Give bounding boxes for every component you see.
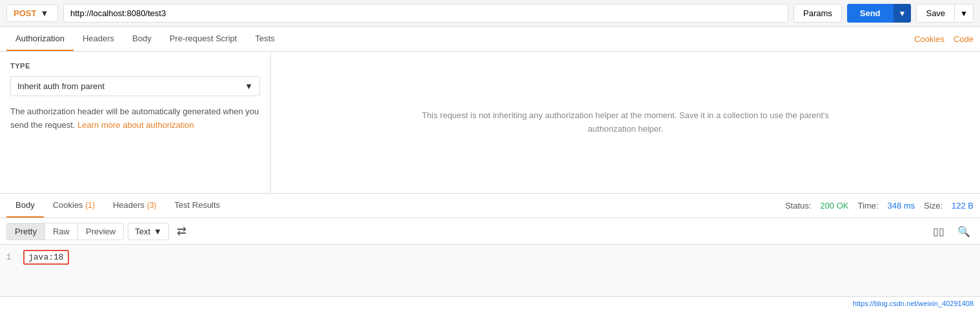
status-label: Status: — [785, 201, 811, 210]
send-dropdown-button[interactable]: ▼ — [894, 4, 912, 23]
raw-button[interactable]: Raw — [45, 223, 77, 240]
wrap-icon[interactable]: ⇄ — [173, 222, 190, 240]
tab-body[interactable]: Body — [123, 27, 161, 51]
size-value: 122 B — [952, 201, 974, 210]
auth-description: The authorization header will be automat… — [10, 105, 260, 132]
response-tabs-bar: Body Cookies (1) Headers (3) Test Result… — [0, 194, 980, 218]
type-select-chevron-icon: ▼ — [245, 81, 253, 91]
resp-tab-test-results[interactable]: Test Results — [165, 194, 229, 218]
learn-more-link[interactable]: Learn more about authorization — [77, 120, 194, 130]
code-link[interactable]: Code — [954, 34, 974, 44]
send-button[interactable]: Send — [847, 4, 894, 23]
tab-authorization[interactable]: Authorization — [6, 27, 74, 51]
tab-pre-request-script[interactable]: Pre-request Script — [161, 27, 246, 51]
params-button[interactable]: Params — [794, 4, 842, 23]
footer-link[interactable]: https://blog.csdn.net/weixin_40291408 — [853, 300, 974, 307]
type-select-value: Inherit auth from parent — [17, 81, 105, 91]
method-text: POST — [14, 8, 36, 18]
save-button-group: Save ▼ — [916, 4, 974, 23]
request-tabs: Authorization Headers Body Pre-request S… — [0, 27, 980, 52]
response-line-1: 1 java:18 — [6, 250, 974, 265]
resp-tab-cookies-badge: (1) — [85, 201, 95, 210]
tab-tests[interactable]: Tests — [246, 27, 283, 51]
auth-right: This request is not inheriting any autho… — [271, 52, 980, 193]
send-button-group: Send ▼ — [847, 4, 912, 23]
text-select-value: Text — [135, 227, 150, 236]
preview-button[interactable]: Preview — [77, 223, 123, 240]
method-select[interactable]: POST ▼ — [6, 5, 58, 22]
search-button[interactable]: 🔍 — [954, 223, 974, 240]
response-status-bar: Status: 200 OK Time: 348 ms Size: 122 B — [785, 201, 974, 210]
resp-tab-headers-badge: (3) — [147, 201, 157, 210]
save-dropdown-button[interactable]: ▼ — [954, 5, 973, 22]
resp-body-actions: ▯▯ 🔍 — [930, 223, 974, 240]
resp-tab-body[interactable]: Body — [6, 194, 44, 218]
save-button[interactable]: Save — [917, 5, 954, 22]
tab-right-links: Cookies Code — [914, 34, 974, 44]
response-body-bar: Pretty Raw Preview Text ▼ ⇄ ▯▯ 🔍 — [0, 218, 980, 245]
pretty-button[interactable]: Pretty — [7, 223, 45, 240]
url-input[interactable] — [63, 4, 788, 23]
resp-tab-headers-label: Headers — [113, 200, 147, 210]
status-value: 200 OK — [820, 201, 848, 210]
tab-headers[interactable]: Headers — [74, 27, 123, 51]
response-content: 1 java:18 — [0, 245, 980, 296]
method-chevron-icon: ▼ — [40, 8, 48, 18]
auth-panel: TYPE Inherit auth from parent ▼ The auth… — [0, 52, 980, 194]
format-button-group: Pretty Raw Preview — [6, 223, 124, 240]
auth-left: TYPE Inherit auth from parent ▼ The auth… — [0, 52, 271, 193]
auth-right-description: This request is not inheriting any autho… — [400, 109, 852, 136]
copy-button[interactable]: ▯▯ — [930, 223, 948, 240]
time-label: Time: — [857, 201, 878, 210]
text-select[interactable]: Text ▼ — [128, 223, 169, 240]
resp-tab-cookies-label: Cookies — [53, 200, 86, 210]
type-select[interactable]: Inherit auth from parent ▼ — [10, 76, 260, 96]
response-code-1: java:18 — [23, 250, 69, 265]
type-label: TYPE — [10, 62, 260, 70]
time-value: 348 ms — [887, 201, 915, 210]
line-number-1: 1 — [6, 253, 17, 262]
footer-bar: https://blog.csdn.net/weixin_40291408 — [0, 296, 980, 310]
size-label: Size: — [924, 201, 943, 210]
top-bar: POST ▼ Params Send ▼ Save ▼ — [0, 0, 980, 27]
text-select-chevron-icon: ▼ — [154, 227, 162, 236]
cookies-link[interactable]: Cookies — [914, 34, 945, 44]
resp-tab-headers[interactable]: Headers (3) — [104, 194, 165, 218]
resp-tab-cookies[interactable]: Cookies (1) — [44, 194, 104, 218]
